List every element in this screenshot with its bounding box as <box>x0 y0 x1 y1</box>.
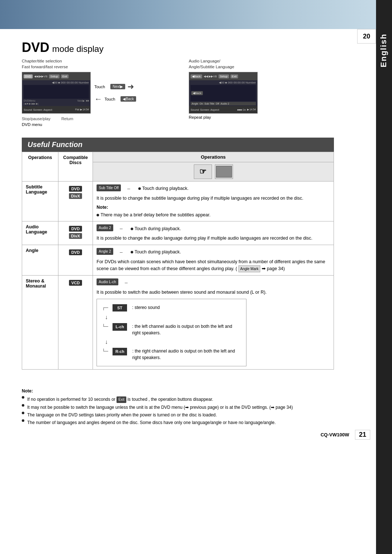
bottom-notes: Note: If no operation is performed for 1… <box>0 388 334 426</box>
arrow-badge: ➡ <box>262 266 266 271</box>
stereo-row: Stereo & Monaural VCD Audio L-ch – It is… <box>22 275 334 369</box>
top-banner <box>0 0 392 29</box>
stereo-ops-inner: Audio L-ch – <box>97 278 330 287</box>
angle-label: Angle <box>22 245 58 276</box>
exit-badge: Exit <box>117 396 126 403</box>
audio-lang-discs: DVD DivX <box>58 221 93 245</box>
return-label: Return <box>61 117 73 121</box>
subtitle-label: Subtitle Language <box>22 182 58 221</box>
bullet-3 <box>22 412 24 414</box>
stereo-st-row: ┌─ ST : stereo sound <box>102 304 241 312</box>
dvd-screen-left: DVD ◀◀ ▶▶VB Setup Exit ◀00 ■ 000 00:00:0… <box>22 72 91 114</box>
audio-ops-inner: Audio 2 – Touch during playback. <box>97 224 330 233</box>
subtitle-ops-inner: Sub Title Off – Touch during playback. <box>97 184 330 193</box>
stereo-diagram: ┌─ ST : stereo sound ↓ └─ L-ch : the lef… <box>97 299 246 367</box>
arrow-down-lch: ↓ <box>105 338 241 346</box>
angle-touch: Touch during playback. <box>131 249 181 256</box>
dvd-screen-top-bar-left: DVD ◀◀ ▶▶VB Setup Exit <box>22 72 90 80</box>
audio-description: It is possible to change the audio langu… <box>97 235 330 242</box>
bottom-note-4: The number of languages and angles depen… <box>22 419 334 426</box>
stereo-description: It is possible to switch the audio betwe… <box>97 289 330 296</box>
repeat-label: Repeat play <box>189 115 334 119</box>
bullet-2 <box>22 404 24 407</box>
english-tab: English <box>376 29 392 72</box>
touch-arrows-left: Touch Next▶ ➜ ← Touch ◀Back <box>94 82 136 104</box>
screen-icon <box>216 166 232 178</box>
audio-lang-label: Audio Language <box>22 221 58 245</box>
page-number-top: 20 <box>357 29 376 44</box>
subtitle-display-badge: Sub Title Off <box>97 184 121 191</box>
subtitle-note-label: Note: <box>97 204 330 211</box>
angle-ops-inner: Angle 2 – Touch during playback. <box>97 248 330 256</box>
divx-badge-subtitle: DivX <box>69 193 82 199</box>
touch-back-btn: ◀Back <box>121 96 136 102</box>
touch-next-btn: Next▶ <box>110 84 125 89</box>
arrow-right-icon: ➜ <box>127 82 134 91</box>
angle-content: Angle 2 – Touch during playback. For DVD… <box>93 245 334 276</box>
touch-next-label: Touch <box>94 85 105 89</box>
main-content: DVD mode display Chapter/title selection… <box>0 29 356 380</box>
compatible-discs-header: Compatible Discs <box>58 152 93 182</box>
bottom-note-1: If no operation is performed for 10 seco… <box>22 396 334 403</box>
hand-icon: ☞ <box>199 167 207 176</box>
stereo-content: Audio L-ch – It is possible to switch th… <box>93 275 334 369</box>
bottom-note-3: The language on the DVD settings takes p… <box>22 412 334 419</box>
stereo-display-badge: Audio L-ch <box>97 278 118 285</box>
setup-btn: Setup <box>49 74 60 78</box>
dvd-diagram-left: Chapter/title selection Fast forward/fas… <box>22 58 167 127</box>
model-number: CQ-VW100W <box>320 432 349 437</box>
lch-badge: L-ch <box>113 323 127 331</box>
bullet-dot-sub-note <box>97 214 99 216</box>
useful-table: Operations Compatible Discs Operations ☞ <box>22 152 334 370</box>
dvd-diagram-right: Audio Language/ Angle/Subtitle Language … <box>189 58 334 127</box>
dvd-badge-subtitle: DVD <box>69 186 82 192</box>
angle-mark-badge: Angle Mark <box>238 265 261 272</box>
bottom-bar: CQ-VW100W 21 <box>0 430 392 447</box>
dvd-menu-label: DVD menu <box>22 122 167 127</box>
dvd-screen-right: ◀Back ◀◀ ▶▶VB Setup Exit ◀00 ■ 000 00:00… <box>189 72 258 114</box>
audio-disc-badges: DVD DivX <box>62 226 89 239</box>
bottom-note-2: It may not be possible to switch the lan… <box>22 404 334 411</box>
dvd-badge-angle: DVD <box>69 249 82 255</box>
left-caption: Chapter/title selection Fast forward/fas… <box>22 58 167 70</box>
audio-touch: Touch during playback. <box>131 225 181 232</box>
stereo-dash: – <box>125 279 128 286</box>
right-sidebar <box>376 0 392 554</box>
dvd-big-text: DVD <box>22 40 49 55</box>
bullet-dot-audio <box>131 228 133 230</box>
setup-btn-r: Setup <box>219 74 229 78</box>
useful-function-section: Useful Function Operations Compatible Di… <box>22 138 334 370</box>
subtitle-row: Subtitle Language DVD DivX Sub Title Off… <box>22 182 334 221</box>
subtitle-disc-badges: DVD DivX <box>62 186 89 199</box>
angle-display-badge: Angle 2 <box>97 248 113 255</box>
lch-desc: : the left channel audio is output on bo… <box>132 323 241 336</box>
rch-desc: : the right channel audio is output on b… <box>132 348 241 361</box>
screen-icon-box <box>215 164 233 179</box>
bullet-dot-subtitle <box>138 187 141 190</box>
bullet-4 <box>22 419 24 422</box>
ops-icons-header: ☞ <box>93 162 334 182</box>
stereo-disc-badges: VCD <box>62 280 89 286</box>
screen-content-right: ◀00 ■ 000 00:00:00 Number ◀Back AngleOnS… <box>189 80 257 106</box>
dvd-section: DVD mode display Chapter/title selection… <box>22 40 334 127</box>
dvd-screen-bottom-bar-left: SoundScreenAspect Flat ▶ 14:54 <box>22 106 90 113</box>
rch-badge: R-ch <box>113 348 127 355</box>
vcd-badge-stereo: VCD <box>69 280 82 286</box>
stereo-rch-row: └─ R-ch : the right channel audio is out… <box>102 348 241 361</box>
angle-discs: DVD <box>58 245 93 276</box>
exit-btn-r: Exit <box>230 74 238 78</box>
exit-btn-l: Exit <box>61 74 69 78</box>
angle-dash: – <box>120 248 123 256</box>
audio-dash: – <box>120 225 123 232</box>
arrow-left-icon: ← <box>94 94 102 104</box>
dvd-badge-audio: DVD <box>69 226 82 232</box>
right-caption: Audio Language/ Angle/Subtitle Language <box>189 58 334 70</box>
bottom-note-title: Note: <box>22 388 334 395</box>
dvd-diagrams: Chapter/title selection Fast forward/fas… <box>22 58 334 127</box>
stop-label: Stop/pause/play <box>22 117 50 121</box>
back-btn: ◀Back <box>191 74 202 78</box>
touch-back-row: ← Touch ◀Back <box>94 94 136 104</box>
dvd-screen-top-bar-right: ◀Back ◀◀ ▶▶VB Setup Exit <box>189 72 257 80</box>
sidebar-black <box>376 0 392 554</box>
subtitle-content: Sub Title Off – Touch during playback. I… <box>93 182 334 221</box>
